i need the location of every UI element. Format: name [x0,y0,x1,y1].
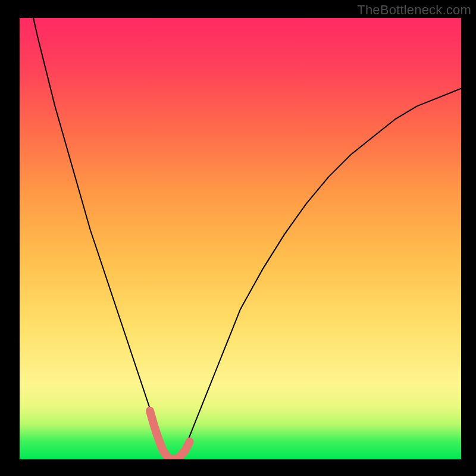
bottleneck-curve-plot [0,0,476,476]
gradient-background [20,18,461,459]
watermark-text: TheBottleneck.com [357,2,471,18]
chart-container: TheBottleneck.com [0,0,476,476]
